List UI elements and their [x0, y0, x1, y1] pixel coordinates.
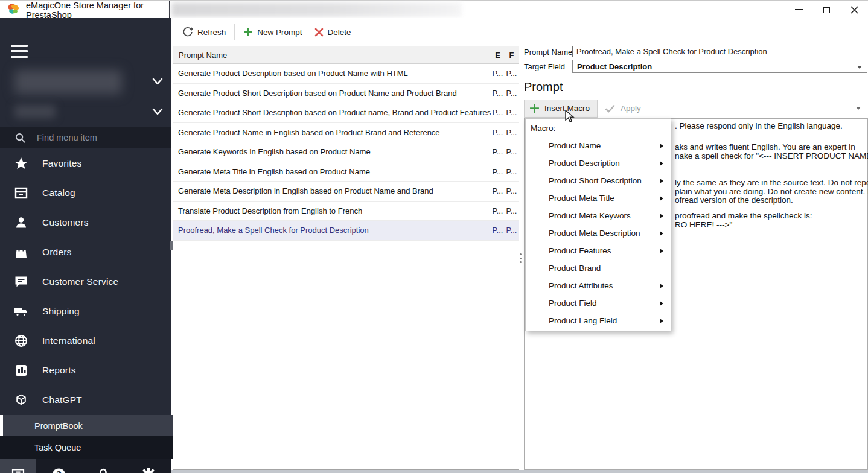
prompt-text-line: proofread and make the spellcheck is:	[675, 211, 812, 220]
prompt-table-header[interactable]: Prompt Name E F	[173, 46, 519, 64]
table-row[interactable]: Generate Product Short Description based…	[173, 84, 519, 104]
refresh-icon	[182, 27, 193, 37]
sidebar: Find menu item Favorites Catalog Custome…	[0, 18, 171, 473]
app-title: eMagicOne Store Manager for PrestaShop	[26, 1, 169, 20]
app-logo-icon	[6, 2, 21, 19]
sidebar-bottom-bar: ?	[0, 459, 171, 473]
sidebar-menu: Favorites Catalog Customers Orders Custo…	[0, 148, 171, 414]
apply-button[interactable]: Apply	[598, 104, 648, 113]
plus-icon	[529, 103, 540, 113]
close-button[interactable]	[840, 1, 868, 19]
menu-item-product-name[interactable]: Product Name	[526, 137, 671, 154]
table-row[interactable]: Translate Product Description from Engli…	[173, 202, 519, 221]
prompt-section-title: Prompt	[524, 80, 563, 94]
sidebar-item-orders[interactable]: Orders	[0, 237, 171, 267]
new-prompt-button[interactable]: New Prompt	[240, 24, 305, 40]
hamburger-menu-icon[interactable]	[11, 45, 28, 58]
window-bottom-edge	[171, 470, 868, 473]
blurred-connection-name	[14, 105, 56, 118]
prompt-text-line: aks and writes fluent English. You are a…	[675, 142, 855, 151]
table-row[interactable]: Generate Keywords in English based on Pr…	[173, 142, 519, 162]
sidebar-item-catalog[interactable]: Catalog	[0, 178, 171, 208]
menu-item-product-attributes[interactable]: Product Attributes	[526, 277, 671, 294]
minimize-button[interactable]	[785, 1, 812, 19]
shopping-bag-icon	[13, 244, 29, 260]
table-row[interactable]: Generate Meta Title in English based on …	[173, 162, 519, 182]
sidebar-item-reports[interactable]: Reports	[0, 355, 171, 385]
target-field-combobox[interactable]: Product Description	[572, 60, 867, 73]
menu-item-product-field[interactable]: Product Field	[526, 294, 671, 312]
store-drawer-button[interactable]	[0, 459, 36, 473]
chevron-down-icon[interactable]	[151, 107, 164, 116]
gear-icon	[141, 467, 156, 473]
find-menu-item-search[interactable]: Find menu item	[0, 127, 171, 148]
insert-macro-button[interactable]: Insert Macro	[524, 100, 598, 118]
splitter-collapse-handle[interactable]	[170, 241, 173, 250]
sidebar-item-favorites[interactable]: Favorites	[0, 148, 171, 178]
archive-box-icon	[13, 185, 29, 201]
person-icon	[13, 215, 29, 230]
prompt-text-line: . Please respond only in the English lan…	[675, 121, 843, 130]
close-icon	[850, 6, 858, 14]
prompt-table: Prompt Name E F Generate Product Descrip…	[173, 46, 519, 470]
menu-item-product-short-description[interactable]: Product Short Description	[526, 172, 671, 189]
submenu-arrow-icon	[660, 144, 663, 148]
search-icon	[14, 132, 26, 144]
submenu-arrow-icon	[660, 161, 663, 166]
menu-item-product-features[interactable]: Product Features	[526, 242, 671, 259]
plus-icon	[243, 27, 253, 37]
table-row[interactable]: Generate Product Description based on Pr…	[173, 64, 519, 84]
column-prompt-name[interactable]: Prompt Name	[173, 51, 491, 60]
submenu-arrow-icon	[660, 249, 663, 253]
prompt-name-label: Prompt Name	[524, 48, 572, 57]
blurred-store-name	[14, 70, 122, 94]
delete-x-icon	[314, 28, 324, 37]
chevron-down-icon[interactable]	[856, 107, 861, 110]
table-row[interactable]: Generate Meta Description in English bas…	[173, 182, 519, 202]
prompt-text-line: nake a spell check for "<--- INSERT PROD…	[675, 151, 868, 160]
sidebar-item-shipping[interactable]: Shipping	[0, 296, 171, 326]
delete-button[interactable]: Delete	[311, 25, 355, 40]
table-row[interactable]: Generate Product Name in English based o…	[173, 123, 519, 143]
toolbar-separator	[234, 24, 235, 40]
macro-dropdown-menu: Macro: Product Name Product Description …	[525, 118, 671, 331]
prompt-text-line: ly the same as they are in the source te…	[675, 178, 868, 187]
menu-item-product-meta-description[interactable]: Product Meta Description	[526, 224, 671, 242]
lock-button[interactable]	[81, 468, 126, 473]
restore-button[interactable]	[812, 1, 840, 19]
sidebar-item-customers[interactable]: Customers	[0, 208, 171, 237]
prompt-text-line: ofread version of the description.	[675, 195, 793, 205]
sidebar-item-chatgpt[interactable]: ChatGPT	[0, 385, 171, 414]
menu-item-product-meta-title[interactable]: Product Meta Title	[526, 189, 671, 207]
menu-item-product-meta-keywords[interactable]: Product Meta Keywors	[526, 207, 671, 224]
submenu-arrow-icon	[660, 301, 663, 306]
check-icon	[605, 104, 616, 113]
refresh-button[interactable]: Refresh	[179, 24, 229, 40]
chevron-down-icon[interactable]	[151, 77, 164, 86]
help-button[interactable]: ?	[36, 468, 81, 473]
settings-button[interactable]	[126, 467, 171, 473]
window-controls	[785, 1, 868, 19]
titlebar: eMagicOne Store Manager for PrestaShop	[0, 0, 868, 19]
column-f[interactable]: F	[505, 51, 519, 60]
list-toolbar: Refresh New Prompt Delete	[173, 18, 519, 46]
prompt-text-line: plain what you are doing. Do not create …	[675, 187, 868, 196]
app-title-box: eMagicOne Store Manager for PrestaShop	[0, 1, 170, 19]
truck-icon	[13, 303, 29, 319]
menu-item-product-description[interactable]: Product Description	[526, 154, 671, 172]
menu-item-product-brand[interactable]: Product Brand	[526, 259, 671, 277]
lock-icon	[96, 468, 110, 473]
submenu-arrow-icon	[660, 179, 663, 183]
sidebar-item-customer-service[interactable]: Customer Service	[0, 267, 171, 296]
question-icon: ?	[51, 468, 66, 473]
sidebar-item-international[interactable]: International	[0, 326, 171, 355]
table-row[interactable]: Generate Product Short Description based…	[173, 103, 519, 123]
prompt-name-input[interactable]: Proofread, Make a Spell Check for Produc…	[572, 46, 867, 57]
chevron-down-icon	[857, 66, 862, 69]
star-icon	[13, 156, 29, 171]
table-row-selected[interactable]: Proofread, Make a Spell Check for Produc…	[173, 221, 519, 241]
column-e[interactable]: E	[491, 51, 505, 60]
menu-item-product-lang-field[interactable]: Product Lang Field	[526, 312, 671, 329]
submenu-arrow-icon	[660, 284, 663, 288]
panel-splitter-grip[interactable]	[520, 253, 522, 263]
